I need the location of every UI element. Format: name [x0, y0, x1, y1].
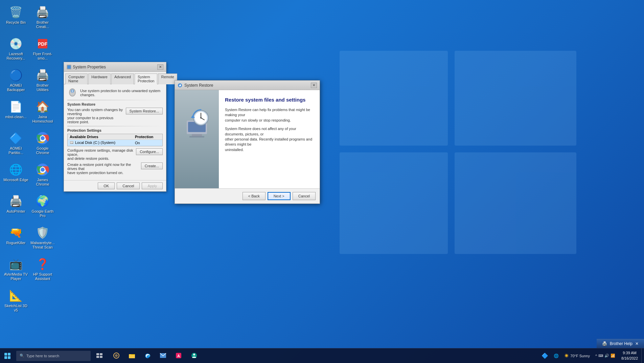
protection-shield-icon: [67, 88, 77, 98]
apply-button[interactable]: Apply: [142, 183, 163, 189]
drive-icon: [70, 141, 74, 145]
system-restore-illustration: [180, 100, 214, 137]
next-button[interactable]: Next >: [268, 192, 291, 200]
desktop-icon-brother-utilities[interactable]: 🖨️ Brother Utilities: [30, 66, 55, 96]
tab-advanced[interactable]: Advanced: [111, 73, 134, 84]
desktop-icon-aomei-partition[interactable]: 🔷 AOMEI Partitio...: [3, 129, 28, 159]
tab-hardware[interactable]: Hardware: [88, 73, 111, 84]
system-restore-button[interactable]: System Restore...: [126, 108, 163, 114]
jaina-icon: 🏠: [36, 100, 49, 113]
tray-weather[interactable]: ☀️ 70°F Sunny: [561, 354, 593, 358]
system-restore-titlebar[interactable]: System Restore ✕: [175, 81, 320, 90]
desktop-icon-mbst[interactable]: 📄 mbst-clean...: [3, 98, 28, 128]
svg-rect-10: [67, 65, 71, 69]
svg-point-17: [72, 143, 73, 144]
tab-computer-name[interactable]: Computer Name: [65, 73, 88, 84]
system-restore-close-button[interactable]: ✕: [311, 83, 317, 88]
hp-support-icon: ❓: [36, 257, 49, 271]
brother-utilities-icon: 🖨️: [36, 68, 49, 82]
brother-help-bar[interactable]: 🖨️ Brother Help ✕: [597, 339, 644, 348]
svg-point-46: [193, 354, 195, 356]
aomei-partition-label: AOMEI Partitio...: [3, 146, 28, 155]
task-view-button[interactable]: [92, 348, 107, 363]
desktop-icon-hp-support[interactable]: ❓ HP Support Assistant: [30, 255, 55, 285]
tray-icons-group[interactable]: ^ ⌨ 🔊 📶: [593, 354, 618, 358]
tray-search[interactable]: 🔷: [539, 353, 551, 359]
taskbar-cortana-button[interactable]: [109, 348, 124, 363]
windows-icon: [4, 353, 11, 359]
tab-system-protection[interactable]: System Protection: [135, 73, 158, 84]
system-properties-titlebar[interactable]: System Properties ✕: [64, 62, 166, 72]
protection-settings-title: Protection Settings: [67, 128, 163, 132]
desktop-icon-jaina[interactable]: 🏠 Jaina Homeschool: [30, 98, 55, 128]
start-button[interactable]: [0, 348, 15, 363]
ok-button[interactable]: OK: [98, 183, 115, 189]
svg-text:A: A: [177, 354, 180, 358]
flyer-icon: PDF: [36, 37, 49, 50]
system-restore-para1: System Restore can help fix problems tha…: [225, 107, 314, 123]
create-row: Create a restore point right now for the…: [67, 163, 163, 175]
google-earth-icon: 🌍: [36, 194, 49, 208]
task-view-icon: [96, 353, 103, 358]
system-properties-dialog: System Properties ✕ Computer Name Hardwa…: [64, 62, 166, 192]
tray-weather-text: 70°F Sunny: [570, 354, 590, 358]
desktop-icon-google-chrome[interactable]: Google Chrome: [30, 129, 55, 159]
desktop-icon-microsoft-edge[interactable]: 🌐 Microsoft Edge: [3, 161, 28, 191]
divider-1: [67, 100, 163, 100]
desktop-icon-avermedia[interactable]: 📺 AVerMedia TV Player: [3, 255, 28, 285]
system-restore-left-panel: [175, 90, 219, 188]
desktop-icon-lazesoft[interactable]: 💿 Lazesoft Recovery...: [3, 35, 28, 65]
desktop-icon-google-earth[interactable]: 🌍 Google Earth Pro: [30, 192, 55, 222]
desktop-icon-recycle-bin[interactable]: 🗑️ Recycle Bin: [3, 3, 28, 33]
google-chrome-label: Google Chrome: [30, 146, 55, 155]
desktop-icon-roguekiller[interactable]: 🔫 RogueKiller: [3, 224, 28, 254]
microsoft-edge-icon: 🌐: [9, 163, 23, 176]
taskbar-edge-button[interactable]: [140, 348, 155, 363]
taskbar-search-bar[interactable]: 🔍 Type here to search: [16, 351, 91, 361]
roguekiller-icon: 🔫: [9, 226, 23, 239]
desktop-icon-james-chrome[interactable]: James Chrome: [30, 161, 55, 191]
desktop-icon-flyer[interactable]: PDF Flyer Front-smo...: [30, 35, 55, 65]
brother-help-close-icon[interactable]: ✕: [635, 341, 639, 346]
autoprinter-label: AutoPrinter: [6, 209, 25, 214]
svg-rect-33: [8, 356, 10, 359]
google-earth-label: Google Earth Pro: [30, 209, 55, 218]
taskbar-app1-button[interactable]: A: [171, 348, 186, 363]
drive-row-c[interactable]: Local Disk (C:) (System) On: [68, 140, 162, 146]
col-protection: Protection: [133, 134, 162, 140]
system-restore-dialog: System Restore ✕: [175, 80, 320, 204]
autoprinter-icon: 🖨️: [9, 194, 23, 208]
protection-drives-table: Available Drives Protection: [68, 134, 162, 146]
system-properties-close-button[interactable]: ✕: [157, 64, 163, 70]
desktop-icon-sketchlist[interactable]: 📐 SketchList 3D v5: [3, 287, 28, 317]
mail-icon: [160, 353, 166, 358]
divider-2: [67, 126, 163, 126]
file-explorer-icon: [129, 353, 135, 359]
protection-header-text: Use system protection to undo unwanted s…: [80, 89, 163, 97]
taskbar-file-explorer-button[interactable]: [124, 348, 139, 363]
col-available-drives: Available Drives: [68, 134, 133, 140]
desktop-icon-autoprinter[interactable]: 🖨️ AutoPrinter: [3, 192, 28, 222]
brother-help-icon: 🖨️: [602, 341, 607, 346]
taskbar-clock[interactable]: 9:39 AM 8/16/2022: [618, 348, 641, 363]
show-desktop-button[interactable]: [641, 348, 644, 363]
system-restore-row: You can undo system changes by reverting…: [67, 108, 163, 124]
system-restore-title-icon: [178, 83, 182, 88]
desktop-icon-aomei-backupper[interactable]: 🔵 AOMEI Backupper: [3, 66, 28, 96]
svg-rect-22: [192, 134, 202, 136]
restore-cancel-button[interactable]: Cancel: [293, 192, 316, 200]
back-button[interactable]: < Back: [243, 192, 266, 200]
create-button[interactable]: Create...: [141, 163, 163, 169]
system-properties-content: Use system protection to undo unwanted s…: [64, 84, 166, 180]
tray-search-icon: 🔷: [542, 353, 548, 359]
cancel-button[interactable]: Cancel: [117, 183, 140, 189]
taskbar-mail-button[interactable]: [156, 348, 170, 363]
configure-button[interactable]: Configure...: [136, 148, 163, 155]
desktop-icon-brother-creative[interactable]: 🖨️ Brother Creati...: [30, 3, 55, 33]
google-chrome-icon: [36, 131, 49, 145]
taskbar-app2-button[interactable]: [187, 348, 202, 363]
windows-logo-decoration: [340, 51, 576, 254]
tray-network[interactable]: 🌐: [551, 354, 561, 358]
system-restore-body: Restore system files and settings System…: [175, 90, 320, 188]
desktop-icon-malwarebytes[interactable]: 🛡️ Malwarebyte... Threat Scan: [30, 224, 55, 254]
